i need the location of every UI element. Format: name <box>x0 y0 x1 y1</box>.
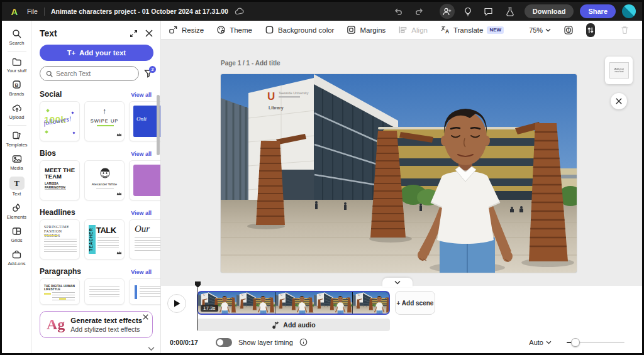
template-card-purple[interactable] <box>129 160 160 200</box>
playback-time: 0:00/0:17 <box>170 339 198 346</box>
undo-icon[interactable] <box>393 7 402 16</box>
info-icon[interactable] <box>299 338 308 346</box>
slider-knob[interactable] <box>571 338 580 347</box>
folder-icon <box>12 56 21 67</box>
template-card-meet-the-team[interactable]: MEET THE TEAM LARISSA FARRINGTON <box>40 160 80 200</box>
view-all-paragraphs[interactable]: View all <box>131 269 152 275</box>
timeline-timing-button[interactable] <box>586 23 595 37</box>
zoom-level-control[interactable]: 75% <box>529 26 551 34</box>
template-card-paragraph-3[interactable] <box>129 278 160 305</box>
close-icon <box>616 98 622 104</box>
ideas-lightbulb-icon[interactable] <box>464 7 472 16</box>
align-icon <box>398 25 408 35</box>
left-rail: Search Your stuff B Brands Upload Templa… <box>2 21 32 353</box>
add-ons-icon <box>12 249 21 259</box>
close-panel-icon[interactable] <box>145 30 153 37</box>
sidebar-item-upload[interactable]: Upload <box>3 100 31 123</box>
add-audio-button[interactable]: Add audio <box>197 319 390 331</box>
page-label[interactable]: Page 1 / 1 - Add title <box>221 60 280 67</box>
filter-button[interactable]: 2 <box>144 69 153 78</box>
floating-text-preview-card[interactable]: Add your new text <box>605 57 633 84</box>
generate-text-effects-card[interactable]: Ag Generate text effects Add stylized te… <box>40 311 153 338</box>
sidebar-item-media[interactable]: Media <box>3 151 31 174</box>
film-frame <box>353 292 390 314</box>
invite-people-button[interactable] <box>440 4 455 19</box>
template-card-followers[interactable]: 100k followers! <box>40 101 80 141</box>
divider <box>8 51 26 52</box>
user-avatar[interactable] <box>622 4 636 18</box>
expand-panel-icon[interactable] <box>130 30 138 38</box>
template-card-alexander-white[interactable]: Alexander White <box>84 160 125 200</box>
headlines-card-row: SPRINGTIME FASHION TRENDS TEACHER TALK O… <box>32 219 160 263</box>
sidebar-item-add-ons[interactable]: Add-ons <box>3 246 31 270</box>
resize-button[interactable]: Resize <box>169 25 204 35</box>
background-color-icon <box>265 25 274 35</box>
document-title[interactable]: Animate characters project - 01 October … <box>51 8 228 15</box>
reorder-arrows-icon <box>586 26 595 35</box>
template-card-online[interactable]: Onli <box>129 101 160 141</box>
document-toolbar: Resize Theme Background color Margins Al… <box>161 21 642 40</box>
adobe-express-logo[interactable]: A <box>8 5 21 18</box>
add-your-text-button[interactable]: T+ Add your text <box>40 45 153 61</box>
translate-button[interactable]: A Translate NEW <box>440 25 504 35</box>
close-icon[interactable] <box>143 314 148 320</box>
search-icon <box>12 28 21 39</box>
redo-icon[interactable] <box>415 7 425 16</box>
sidebar-item-templates[interactable]: Templates <box>3 128 31 151</box>
template-card-paragraph-2[interactable] <box>84 278 125 305</box>
scene-filmstrip[interactable]: 17.3s <box>197 291 390 315</box>
template-card-digital-lifestyle[interactable]: THE DIGITAL HUMAN LIFESTYLE <box>40 278 80 305</box>
template-card-teacher-talk[interactable]: TEACHER TALK <box>84 219 125 259</box>
text-search-box[interactable] <box>40 66 139 81</box>
premium-crown-icon <box>116 187 122 199</box>
theme-button[interactable]: Theme <box>216 25 252 35</box>
file-menu[interactable]: File <box>27 8 38 15</box>
share-button[interactable]: Share <box>580 4 616 18</box>
page-overview-button[interactable]: 1 <box>564 25 574 35</box>
view-all-social[interactable]: View all <box>131 92 152 98</box>
panel-scrollbar[interactable] <box>157 95 160 155</box>
sidebar-item-brands[interactable]: B Brands <box>3 77 31 100</box>
top-bar: A File Animate characters project - 01 O… <box>2 2 642 21</box>
play-icon <box>174 300 180 307</box>
template-card-script[interactable]: Our <box>129 219 160 259</box>
search-text-input[interactable] <box>56 70 119 77</box>
sidebar-item-your-stuff[interactable]: Your stuff <box>3 53 31 77</box>
video-scene-frame[interactable] <box>221 74 577 273</box>
section-title-social: Social <box>40 90 131 99</box>
sidebar-item-elements[interactable]: Elements <box>3 200 31 223</box>
panel-scroll-down-icon[interactable] <box>148 346 155 351</box>
up-arrow-glyph: ↑ <box>85 107 124 116</box>
play-button[interactable] <box>167 294 186 313</box>
template-card-springtime[interactable]: SPRINGTIME FASHION TRENDS <box>40 219 80 259</box>
text-plus-icon: T+ <box>67 49 75 57</box>
timeline-zoom-slider[interactable] <box>567 338 625 347</box>
comments-icon[interactable] <box>484 7 493 16</box>
playback-speed-control[interactable]: Auto <box>529 339 552 346</box>
sidebar-item-text[interactable]: T Text <box>3 174 31 200</box>
svg-text:A: A <box>445 28 449 35</box>
film-frame <box>236 292 275 314</box>
templates-icon <box>12 130 21 141</box>
layer-timing-toggle[interactable] <box>216 338 232 347</box>
margins-button[interactable]: Margins <box>347 25 386 35</box>
elements-icon <box>12 202 21 213</box>
paragraphs-card-row: THE DIGITAL HUMAN LIFESTYLE <box>32 278 160 309</box>
background-color-button[interactable]: Background color <box>265 25 335 35</box>
sidebar-item-search[interactable]: Search <box>3 26 31 49</box>
upload-cloud-icon <box>12 102 22 113</box>
sidebar-item-grids[interactable]: Grids <box>3 223 31 246</box>
view-all-bios[interactable]: View all <box>131 151 152 157</box>
download-button[interactable]: Download <box>525 4 574 18</box>
beta-flask-icon[interactable] <box>506 7 514 16</box>
section-title-bios: Bios <box>40 149 131 158</box>
main-area: Resize Theme Background color Margins Al… <box>161 21 642 353</box>
view-all-headlines[interactable]: View all <box>131 210 152 216</box>
app-window: A File Animate characters project - 01 O… <box>0 0 644 355</box>
trash-icon <box>620 25 630 35</box>
close-floating-card-button[interactable] <box>611 93 627 109</box>
playhead[interactable] <box>195 281 201 330</box>
template-card-swipe-up[interactable]: ↑ SWIPE UP <box>84 101 125 141</box>
add-scene-button[interactable]: + Add scene <box>395 291 435 315</box>
collapse-timeline-button[interactable] <box>382 278 413 287</box>
